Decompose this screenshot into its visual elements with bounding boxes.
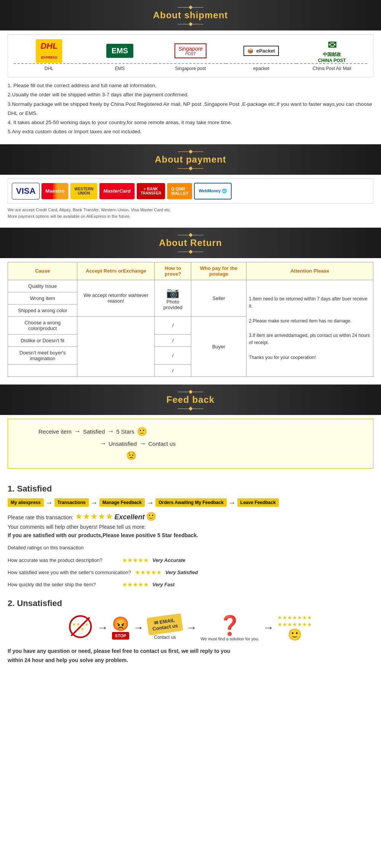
rating-row: How quickly did the seller ship the item… bbox=[8, 579, 373, 591]
camera-icon: 📷 bbox=[157, 286, 189, 299]
col-prove: How to prove? bbox=[155, 262, 191, 280]
cp-carrier: ✉ 中国邮政CHINA POST China Post Air Mail bbox=[296, 40, 367, 71]
unsatisfied-section: 2. Unsatisfied ★★★★★★ → 😡 STOP → ✉ EMAIL… bbox=[0, 597, 381, 671]
stars-icon: ★★★★★ bbox=[135, 566, 162, 579]
rating-row: How accurate was the product description… bbox=[8, 554, 373, 566]
smile-icon: 🙂 bbox=[146, 512, 156, 521]
ep-carrier: 📦 ePacket epacket bbox=[226, 40, 297, 71]
ratings-table: Detailed ratings on this transaction How… bbox=[8, 543, 373, 591]
arrow-icon: → bbox=[98, 622, 108, 634]
rate-line: Please rate this transaction: ★★★★★ Exce… bbox=[8, 512, 373, 522]
arrow-icon: → bbox=[228, 498, 236, 507]
arrow-icon: → bbox=[146, 498, 154, 507]
step-3: Manage Feedback bbox=[99, 498, 145, 507]
postage-seller: Seller bbox=[191, 280, 247, 316]
mc-logo: MasterCard bbox=[99, 183, 135, 199]
arrow-icon: → bbox=[139, 440, 146, 448]
stars-icon: ★★★★★ bbox=[122, 579, 149, 591]
wm-logo: WebMoney 🌐 bbox=[194, 183, 232, 199]
no-stars-icon: ★★★★★★ bbox=[69, 615, 94, 640]
col-cause: Cause bbox=[8, 262, 77, 280]
cause-wrong-color: Shipped a wrong color bbox=[8, 304, 77, 316]
feedback-flow-box: Receive item → Satisfied → 5 Stars 🙂 → U… bbox=[8, 419, 373, 469]
final-note: If you have any question or need, please… bbox=[8, 647, 373, 665]
smile-icon: 🙂 bbox=[288, 628, 302, 641]
payment-section: VISA Maestro WESTERNUNION MasterCard ≡ B… bbox=[0, 175, 381, 228]
smile-icon: 🙂 bbox=[137, 427, 147, 437]
accept-cell: We accept returnfor wahtever reason! bbox=[77, 280, 155, 316]
cause-dislike: Dislike or Doesn't fit bbox=[8, 334, 77, 346]
accept-cell-2 bbox=[77, 316, 155, 377]
carrier-logos: DHLEXPRESS DHL EMS EMS SingaporePOST Sin… bbox=[8, 34, 373, 77]
question-icon: ❓ We must find a solution for you. bbox=[201, 614, 259, 641]
arrow-icon: → bbox=[107, 428, 114, 436]
step-2: Transactions bbox=[54, 498, 89, 507]
shipment-notes: 1. Please fill out the correct address a… bbox=[8, 81, 373, 137]
arrow-icon: → bbox=[45, 498, 53, 507]
excellent-label: Excellent bbox=[115, 513, 145, 521]
ems-carrier: EMS EMS bbox=[85, 40, 155, 71]
shipment-header: About shipment bbox=[0, 0, 381, 30]
stars-icon: ★★★★★ bbox=[75, 512, 113, 521]
shipment-section: DHLEXPRESS DHL EMS EMS SingaporePOST Sin… bbox=[0, 30, 381, 144]
sad-icon: 😟 bbox=[126, 451, 136, 460]
satisfied-section: 1. Satisfied My aliexpress → Transaction… bbox=[0, 482, 381, 597]
unsat-flow: ★★★★★★ → 😡 STOP → ✉ EMAILContact us Cont… bbox=[8, 614, 373, 641]
col-accept: Accept Retrn orExchange bbox=[77, 262, 155, 280]
payment-note: We are accept Credit Card, Alipay, Bank … bbox=[8, 207, 373, 220]
arrow-icon: → bbox=[263, 622, 274, 634]
comment-note: Your comments will help other buyers! Pl… bbox=[8, 524, 373, 530]
table-row: Quality Issue We accept returnfor wahtev… bbox=[8, 280, 373, 292]
dhl-carrier: DHLEXPRESS DHL bbox=[14, 40, 85, 71]
cause-imagination: Doesn't meet buyer's imagination bbox=[8, 346, 77, 364]
arrow-icon: → bbox=[90, 498, 98, 507]
high-stars-smile: ★★★★★★★★★★★★★★ 🙂 bbox=[277, 614, 312, 641]
payment-header: About payment bbox=[0, 144, 381, 175]
step-flow: My aliexpress → Transactions → Manage Fe… bbox=[8, 498, 373, 507]
qiwi-logo: Q QIWIWALLET bbox=[167, 183, 192, 199]
email-icon: ✉ EMAILContact us Contact us bbox=[147, 616, 182, 640]
arrow-icon: → bbox=[186, 622, 197, 634]
wu-logo: WESTERNUNION bbox=[70, 183, 98, 199]
question-mark: ❓ bbox=[218, 614, 242, 637]
rating-row: How satisfied were you with the seller's… bbox=[8, 566, 373, 579]
maestro-logo: Maestro bbox=[41, 183, 69, 199]
return-table: Cause Accept Retrn orExchange How to pro… bbox=[8, 262, 373, 377]
arrow-icon: → bbox=[99, 440, 106, 448]
prove-slash-2: / bbox=[155, 334, 191, 346]
step-1: My aliexpress bbox=[8, 498, 44, 507]
feedback-section: Receive item → Satisfied → 5 Stars 🙂 → U… bbox=[0, 415, 381, 482]
cause-choose-wrong: Choose a wrong color/product bbox=[8, 316, 77, 334]
postage-buyer: Buyer bbox=[191, 316, 247, 377]
positive-note: If you are satisfied with our products,P… bbox=[8, 532, 373, 538]
angry-emoji: 😡 bbox=[112, 616, 129, 632]
feedback-header: Feed back bbox=[0, 385, 381, 415]
sg-carrier: SingaporePOST Singapore post bbox=[155, 40, 226, 71]
step-4: Orders Awaiting My Feedback bbox=[155, 498, 227, 507]
flow-satisfied: Receive item → Satisfied → 5 Stars 🙂 bbox=[16, 427, 365, 437]
bt-logo: ≡ BANKTRANSFER bbox=[136, 183, 165, 199]
col-postage: Who pay for the postage bbox=[191, 262, 247, 280]
cause-quality: Quality Issue bbox=[8, 280, 77, 292]
visa-logo: VISA bbox=[12, 183, 40, 199]
step-5: Leave Feedback bbox=[237, 498, 279, 507]
arrow-icon: → bbox=[133, 622, 144, 634]
prove-photo-cell: 📷 Photo provided bbox=[155, 280, 191, 316]
col-attention: Attention Please bbox=[247, 262, 373, 280]
stop-sign: STOP bbox=[112, 632, 130, 640]
return-section: Cause Accept Retrn orExchange How to pro… bbox=[0, 258, 381, 385]
flow-unsatisfied: → Unsatisfied → Contact us bbox=[99, 440, 365, 448]
cause-wrong-item: Wrong item bbox=[8, 292, 77, 304]
stars-icon: ★★★★★ bbox=[122, 554, 149, 566]
stars-high: ★★★★★★★★★★★★★★ bbox=[277, 614, 312, 628]
arrow-icon: → bbox=[74, 428, 81, 436]
prove-slash-3: / bbox=[155, 346, 191, 364]
payment-logos: VISA Maestro WESTERNUNION MasterCard ≡ B… bbox=[8, 179, 373, 204]
cause-empty bbox=[8, 364, 77, 377]
prove-slash-4: / bbox=[155, 364, 191, 377]
prove-slash-1: / bbox=[155, 316, 191, 334]
stop-angry-icon: 😡 STOP bbox=[112, 616, 130, 640]
return-header: About Return bbox=[0, 228, 381, 258]
attention-cell: 1.Item need to be returned within 7 days… bbox=[247, 280, 373, 377]
